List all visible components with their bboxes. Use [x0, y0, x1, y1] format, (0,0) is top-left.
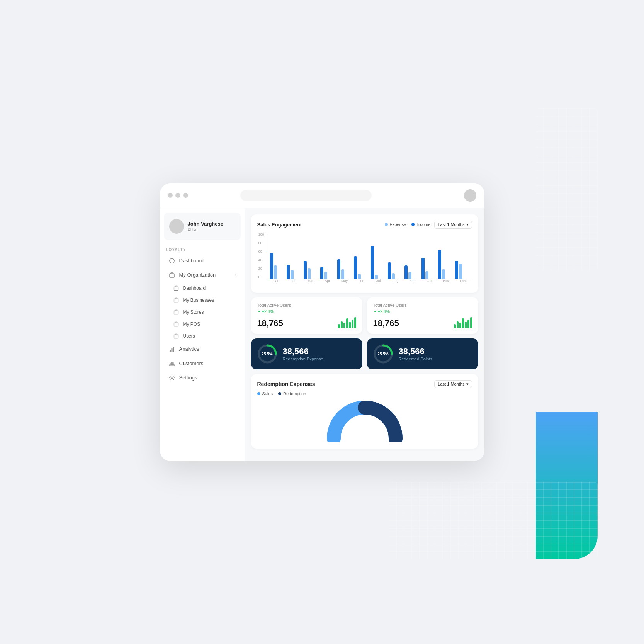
- expense-dot: [385, 223, 388, 226]
- bar-expense-Nov: [442, 269, 445, 279]
- dark-card-1: 25.5% 38,566 Redemption Expense: [251, 338, 362, 369]
- stat-card-1: Total Active Users +2.6% 18,765: [251, 297, 362, 334]
- sidebar-item-analytics[interactable]: Analytics: [162, 342, 242, 356]
- users-label: Users: [183, 333, 195, 339]
- dark-cards-row: 25.5% 38,566 Redemption Expense 25.5: [251, 338, 478, 369]
- x-labels-row: JanFebMarAprMayJunJulAugSepOctNovDec: [268, 279, 472, 283]
- x-label-Oct: Oct: [421, 279, 438, 283]
- bar-expense-Jun: [358, 274, 361, 279]
- x-label-Feb: Feb: [285, 279, 302, 283]
- my-pos-icon: [173, 321, 179, 327]
- redemption-period-label: Last 1 Months: [438, 382, 464, 386]
- redemption-title: Redemption Expenses: [257, 381, 431, 387]
- y-label-100: 100: [258, 233, 264, 236]
- legend-expense: Expense: [385, 222, 406, 227]
- stat-value-2: 18,765: [373, 318, 399, 328]
- dark-card-info-1: 38,566 Redemption Expense: [283, 347, 323, 361]
- tl-maximize: [183, 193, 188, 198]
- dark-stat-label-2: Redeemed Points: [399, 357, 432, 361]
- sidebar: John Varghese BHS LOYALTY Dashboard: [160, 208, 245, 461]
- bar-expense-Jul: [375, 275, 378, 279]
- chart-legend: Expense Income: [385, 222, 431, 227]
- stats-row: Total Active Users +2.6% 18,765: [251, 297, 478, 334]
- donut-chart-container: [257, 400, 472, 442]
- bar-group-Jun: [354, 256, 369, 279]
- redemption-legend: Sales Redemption: [257, 391, 472, 396]
- mini-bar-1-3: [346, 318, 348, 328]
- bar-group-Dec: [455, 261, 471, 279]
- sidebar-item-customers[interactable]: Customers: [162, 357, 242, 370]
- bar-group-Apr: [320, 267, 336, 279]
- dark-stat-value-1: 38,566: [283, 347, 323, 357]
- bar-income-Oct: [421, 258, 425, 279]
- svg-rect-8: [173, 347, 174, 352]
- bar-group-Mar: [304, 261, 319, 279]
- chart-header: Sales Engagement Expense Income Last 1 M…: [257, 221, 472, 229]
- redemption-card: Redemption Expenses Last 1 Months ▾ Sale…: [251, 374, 478, 449]
- customers-icon: [168, 360, 175, 367]
- y-axis: 0 20 40 60 80 100: [258, 233, 264, 279]
- chart-title: Sales Engagement: [257, 222, 381, 228]
- bar-expense-Jan: [274, 265, 277, 279]
- period-chevron: ▾: [466, 222, 469, 227]
- user-name: John Varghese: [188, 221, 223, 227]
- sidebar-item-my-organization[interactable]: My Organization ›: [162, 268, 242, 282]
- svg-rect-3: [174, 311, 178, 314]
- my-stores-label: My Stores: [183, 309, 204, 315]
- bar-income-Feb: [287, 265, 290, 279]
- mini-bar-1-4: [349, 322, 351, 328]
- chevron-icon: ›: [234, 273, 236, 277]
- sidebar-item-my-stores[interactable]: My Stores: [162, 306, 242, 318]
- mini-bar-2-5: [467, 320, 469, 328]
- sales-label: Sales: [262, 391, 273, 396]
- my-stores-icon: [173, 309, 179, 315]
- title-bar: [160, 183, 484, 208]
- sidebar-item-dashboard[interactable]: Dashboard: [162, 254, 242, 268]
- dark-card-2: 25.5% 38,566 Redeemed Points: [367, 338, 478, 369]
- customers-label: Customers: [179, 360, 236, 366]
- income-dot: [411, 223, 415, 226]
- search-bar[interactable]: [240, 190, 372, 201]
- organization-icon: [168, 272, 175, 279]
- stat-growth-1: +2.6%: [257, 309, 356, 314]
- period-select[interactable]: Last 1 Months ▾: [434, 221, 472, 229]
- mini-bar-2-0: [454, 324, 456, 328]
- window-card: John Varghese BHS LOYALTY Dashboard: [160, 183, 484, 461]
- bar-income-Mar: [304, 261, 307, 279]
- bar-income-Apr: [320, 267, 323, 279]
- bar-group-Aug: [388, 262, 403, 279]
- sales-dot: [257, 392, 260, 395]
- user-info: John Varghese BHS: [188, 221, 223, 231]
- user-org: BHS: [188, 227, 223, 231]
- svg-rect-12: [173, 363, 174, 365]
- x-label-Sep: Sep: [404, 279, 421, 283]
- y-label-20: 20: [258, 267, 264, 270]
- redemption-period-select[interactable]: Last 1 Months ▾: [434, 380, 472, 388]
- stat-label-1: Total Active Users: [257, 303, 356, 308]
- dashboard-icon: [168, 257, 175, 264]
- my-organization-label: My Organization: [179, 272, 231, 278]
- svg-rect-5: [174, 335, 178, 338]
- redemption-legend-sales: Sales: [257, 391, 273, 396]
- bg-decoration-teal: [389, 482, 598, 559]
- bar-expense-May: [341, 269, 344, 279]
- mini-bar-2-4: [465, 322, 467, 328]
- bar-income-Dec: [455, 261, 458, 279]
- bar-group-Jan: [270, 253, 285, 279]
- expense-label: Expense: [390, 222, 406, 227]
- sidebar-item-users[interactable]: Users: [162, 330, 242, 342]
- sidebar-item-my-businesses[interactable]: My Businesses: [162, 294, 242, 306]
- tl-close: [168, 193, 173, 198]
- sidebar-item-sub-dashboard[interactable]: Dashboard: [162, 282, 242, 294]
- mini-bar-1-2: [343, 323, 345, 328]
- stat-value-1: 18,765: [257, 318, 283, 328]
- sidebar-item-settings[interactable]: Settings: [162, 371, 242, 385]
- growth-arrow-2: [373, 309, 377, 313]
- growth-badge-2: +2.6%: [373, 309, 390, 314]
- sidebar-item-my-pos[interactable]: My POS: [162, 318, 242, 330]
- sub-dashboard-icon: [173, 285, 179, 291]
- x-label-May: May: [336, 279, 353, 283]
- profile-avatar[interactable]: [464, 189, 476, 202]
- mini-bar-1-1: [341, 321, 343, 328]
- mini-bar-2-1: [457, 321, 459, 328]
